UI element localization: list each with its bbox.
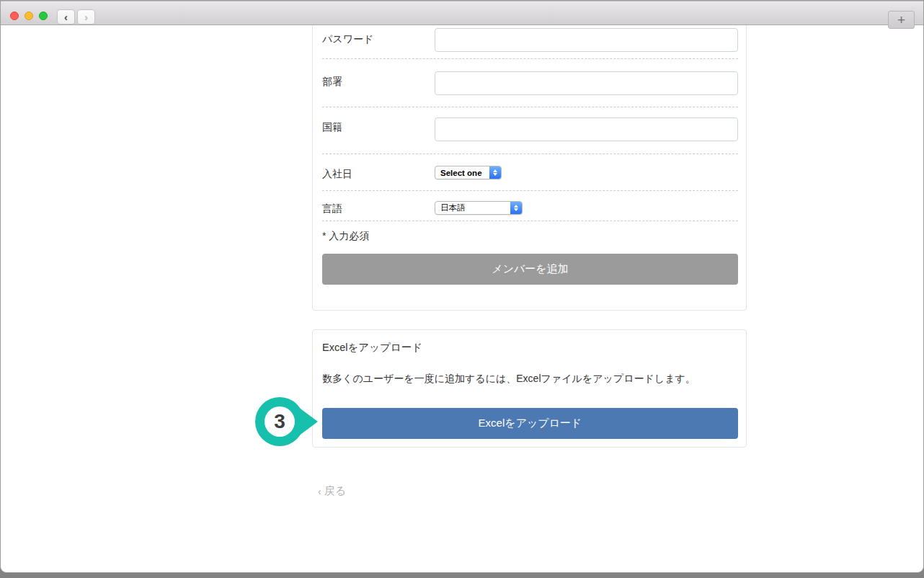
department-input[interactable] [435,71,738,95]
excel-upload-button[interactable]: Excelをアップロード [322,408,738,439]
excel-upload-card: Excelをアップロード 数多くのユーザーを一度に追加するには、Excelファイ… [312,329,747,448]
back-link-chevron-icon: ‹ [318,486,321,497]
back-link[interactable]: ‹ 戻る [318,484,346,498]
zoom-window-button[interactable] [39,12,48,20]
forward-chevron-icon: › [84,12,88,22]
language-selected-value: 日本語 [435,203,510,213]
row-divider [322,190,738,191]
row-divider [322,154,738,154]
join-date-label: 入社日 [322,168,352,181]
row-divider [322,107,738,107]
required-note: * 入力必須 [322,230,369,243]
window-titlebar: ‹ › + [1,1,923,25]
browser-window: ‹ › + パスワード 部署 国籍 入社日 Select one [0,0,924,573]
language-select[interactable]: 日本語 [435,201,523,215]
department-label: 部署 [322,76,342,89]
new-tab-button[interactable]: + [888,11,915,29]
minimize-window-button[interactable] [25,12,33,20]
password-label: パスワード [322,33,373,46]
select-stepper-icon [510,202,522,214]
excel-upload-title: Excelをアップロード [322,341,422,355]
step-3-annotation-marker: 3 [255,397,320,448]
row-divider [322,58,738,59]
password-input[interactable] [435,28,738,52]
excel-upload-description: 数多くのユーザーを一度に追加するには、Excelファイルをアップロードします。 [322,373,696,386]
plus-icon: + [897,13,905,27]
nav-button-group: ‹ › [57,9,95,25]
row-divider [322,221,738,221]
add-member-form-card: パスワード 部署 国籍 入社日 Select one 言語 日本語 * 入 [312,15,747,311]
back-chevron-icon: ‹ [64,12,68,22]
step-number: 3 [265,406,295,437]
nationality-label: 国籍 [322,121,342,134]
add-member-button[interactable]: メンバーを追加 [322,254,738,285]
select-stepper-icon [489,166,501,179]
marker-ring-icon: 3 [255,397,304,446]
join-date-select[interactable]: Select one [435,166,502,179]
back-button[interactable]: ‹ [57,9,75,25]
join-date-selected-value: Select one [435,169,489,177]
close-window-button[interactable] [10,12,19,20]
language-label: 言語 [322,203,342,215]
nationality-input[interactable] [435,117,738,141]
back-link-label: 戻る [324,484,346,498]
forward-button[interactable]: › [77,9,95,25]
